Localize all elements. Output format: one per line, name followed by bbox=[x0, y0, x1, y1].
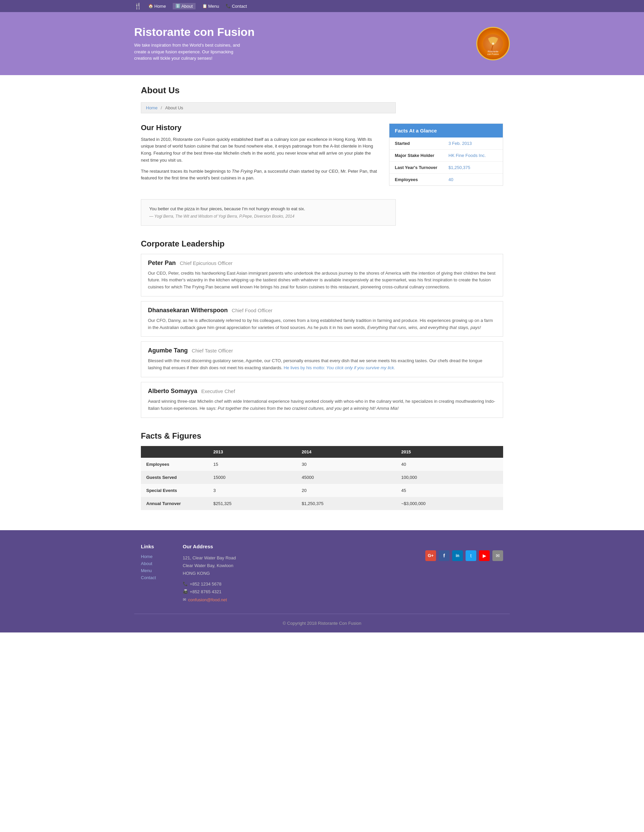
ff-col-2013: 2013 bbox=[208, 446, 296, 458]
footer: Links Home About Menu Contact Our Addres… bbox=[0, 530, 644, 632]
social-youtube[interactable]: ▶ bbox=[479, 550, 490, 561]
ff-cell-turnover-label: Annual Turnover bbox=[141, 497, 208, 510]
contact-icon: 📞 bbox=[226, 4, 231, 8]
breadcrumb: Home / About Us bbox=[141, 102, 396, 114]
leader-card-agumbe: Agumbe Tang Chief Taste Officer Blessed … bbox=[141, 341, 503, 377]
hero-section: Ristorante con Fusion We take inspiratio… bbox=[0, 12, 644, 75]
footer-address-title: Our Address bbox=[183, 544, 236, 549]
ff-row-turnover: Annual Turnover $251,325 $1,250,375 ~$3,… bbox=[141, 497, 503, 510]
ff-cell-events-2015: 45 bbox=[396, 484, 503, 497]
footer-social-col: G+ f in t ▶ ✉ bbox=[425, 544, 503, 561]
facts-figures-title: Facts & Figures bbox=[141, 431, 503, 441]
footer-fax-line: 📠 +852 8765 4321 bbox=[183, 588, 236, 595]
email-icon: ✉ bbox=[183, 596, 186, 604]
hero-logo: Ristorantecon Fusion bbox=[476, 27, 510, 60]
ff-cell-events-2014: 20 bbox=[296, 484, 396, 497]
svg-point-1 bbox=[492, 43, 494, 45]
ff-row-employees: Employees 15 30 40 bbox=[141, 458, 503, 471]
social-google[interactable]: G+ bbox=[425, 550, 436, 561]
ff-header-row: 2013 2014 2015 bbox=[141, 446, 503, 458]
facts-label-employees: Employees bbox=[389, 173, 443, 186]
leader-name-agumbe: Agumbe Tang bbox=[148, 347, 188, 354]
leadership-section: Corporate Leadership Peter Pan Chief Epi… bbox=[141, 239, 503, 418]
footer-link-menu[interactable]: Menu bbox=[141, 568, 156, 573]
facts-label-turnover: Last Year's Turnover bbox=[389, 161, 443, 173]
ff-cell-events-label: Special Events bbox=[141, 484, 208, 497]
facts-value-employees: 40 bbox=[443, 173, 503, 186]
leader-name-danny: Dhanasekaran Witherspoon bbox=[148, 307, 228, 314]
facts-label-started: Started bbox=[389, 138, 443, 150]
hero-text: Ristorante con Fusion We take inspiratio… bbox=[134, 26, 255, 62]
page-title: About Us bbox=[141, 85, 503, 96]
facts-value-turnover: $1,250,375 bbox=[443, 161, 503, 173]
breadcrumb-current: About Us bbox=[165, 105, 183, 110]
leader-desc-alberto: Award winning three-star Michelin chef w… bbox=[148, 398, 496, 412]
ff-cell-guests-label: Guests Served bbox=[141, 471, 208, 484]
hero-title: Ristorante con Fusion bbox=[134, 26, 255, 38]
social-twitter[interactable]: t bbox=[466, 550, 476, 561]
leader-name-alberto: Alberto Somayya bbox=[148, 388, 197, 394]
leader-title-alberto: Executive Chef bbox=[201, 388, 235, 394]
fax-icon: 📠 bbox=[183, 588, 188, 595]
navbar: 🍴 🏠 Home ℹ️ About 📋 Menu 📞 Contact bbox=[0, 0, 644, 12]
home-icon: 🏠 bbox=[148, 4, 153, 8]
nav-contact[interactable]: 📞 Contact bbox=[226, 4, 247, 9]
leader-name-peter: Peter Pan bbox=[148, 259, 176, 266]
leader-title-agumbe: Chief Taste Officer bbox=[192, 348, 233, 354]
facts-figures-section: Facts & Figures 2013 2014 2015 Employees… bbox=[141, 431, 503, 510]
ff-cell-emp-label: Employees bbox=[141, 458, 208, 471]
leader-card-alberto: Alberto Somayya Executive Chef Award win… bbox=[141, 382, 503, 418]
leader-title-danny: Chief Food Officer bbox=[232, 307, 272, 313]
footer-link-about[interactable]: About bbox=[141, 561, 156, 566]
logo-icon: 🍴 bbox=[134, 2, 141, 10]
ff-cell-turnover-2014: $1,250,375 bbox=[296, 497, 396, 510]
breadcrumb-separator: / bbox=[161, 105, 163, 110]
nav-about[interactable]: ℹ️ About bbox=[173, 3, 195, 10]
ff-cell-emp-2015: 40 bbox=[396, 458, 503, 471]
facts-row-stakeholder: Major Stake Holder HK Fine Foods Inc. bbox=[389, 149, 503, 161]
footer-copyright: © Copyright 2018 Ristorante Con Fusion bbox=[134, 614, 510, 632]
footer-address-line1: 121, Clear Water Bay Road bbox=[183, 554, 236, 562]
nav-home[interactable]: 🏠 Home bbox=[148, 4, 166, 9]
leader-desc-danny: Our CFO, Danny, as he is affectionately … bbox=[148, 317, 496, 331]
social-email[interactable]: ✉ bbox=[492, 550, 503, 561]
facts-label-stakeholder: Major Stake Holder bbox=[389, 149, 443, 161]
ff-col-label bbox=[141, 446, 208, 458]
footer-links-col: Links Home About Menu Contact bbox=[141, 544, 156, 582]
footer-fax: +852 8765 4321 bbox=[190, 588, 221, 595]
history-col: Our History Started in 2010, Ristorante … bbox=[141, 123, 379, 186]
ff-row-guests: Guests Served 15000 45000 100,000 bbox=[141, 471, 503, 484]
facts-value-stakeholder: HK Fine Foods Inc. bbox=[443, 149, 503, 161]
facts-row-started: Started 3 Feb. 2013 bbox=[389, 138, 503, 150]
about-icon: ℹ️ bbox=[175, 4, 181, 8]
two-col-section: Our History Started in 2010, Ristorante … bbox=[141, 123, 503, 186]
facts-col: Facts At a Glance Started 3 Feb. 2013 Ma… bbox=[389, 123, 503, 186]
footer-email-line: ✉ confusion@food.net bbox=[183, 596, 236, 604]
ff-cell-emp-2013: 15 bbox=[208, 458, 296, 471]
ff-cell-events-2013: 3 bbox=[208, 484, 296, 497]
facts-value-started: 3 Feb. 2013 bbox=[443, 138, 503, 150]
ff-cell-guests-2013: 15000 bbox=[208, 471, 296, 484]
hero-logo-label: Ristorantecon Fusion bbox=[487, 50, 499, 56]
breadcrumb-home[interactable]: Home bbox=[146, 105, 158, 110]
menu-icon: 📋 bbox=[202, 4, 207, 8]
history-para-1: Started in 2010, Ristorante con Fusion q… bbox=[141, 136, 379, 164]
facts-box: Facts At a Glance Started 3 Feb. 2013 Ma… bbox=[389, 123, 503, 186]
footer-link-contact[interactable]: Contact bbox=[141, 575, 156, 580]
footer-address-line2: Clear Water Bay, Kowloon bbox=[183, 562, 236, 570]
ff-row-events: Special Events 3 20 45 bbox=[141, 484, 503, 497]
social-facebook[interactable]: f bbox=[439, 550, 449, 561]
footer-inner: Links Home About Menu Contact Our Addres… bbox=[134, 544, 510, 604]
leadership-title: Corporate Leadership bbox=[141, 239, 503, 248]
footer-phone: +852 1234 5678 bbox=[190, 580, 221, 588]
history-title: Our History bbox=[141, 123, 379, 132]
history-para-2: The restaurant traces its humble beginni… bbox=[141, 168, 379, 182]
facts-row-turnover: Last Year's Turnover $1,250,375 bbox=[389, 161, 503, 173]
footer-email[interactable]: confusion@food.net bbox=[188, 596, 227, 604]
nav-menu[interactable]: 📋 Menu bbox=[202, 4, 219, 9]
social-icons: G+ f in t ▶ ✉ bbox=[425, 550, 503, 561]
page-title-section: About Us bbox=[141, 75, 503, 102]
facts-header: Facts At a Glance bbox=[389, 124, 503, 138]
footer-link-home[interactable]: Home bbox=[141, 554, 156, 559]
social-linkedin[interactable]: in bbox=[452, 550, 463, 561]
